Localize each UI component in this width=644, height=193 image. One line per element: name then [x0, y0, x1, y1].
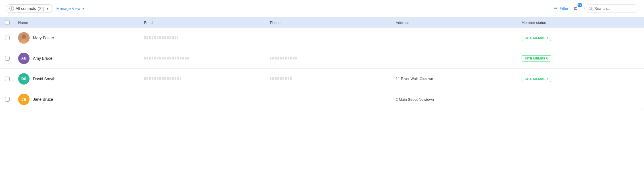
filter-icon — [553, 6, 558, 11]
column-header-email: Email — [141, 20, 266, 25]
contact-name: Amy Bruce — [33, 56, 52, 61]
all-contacts-label: All contacts — [16, 6, 36, 11]
all-contacts-button[interactable]: i All contacts (21) ▼ — [6, 4, 53, 13]
table-row: ABAmy BruceSITE MEMBER — [0, 48, 644, 69]
row-checkbox-cell — [0, 97, 15, 102]
row-checkbox-cell — [0, 77, 15, 81]
header-checkbox-cell — [0, 20, 15, 25]
svg-line-6 — [591, 9, 593, 11]
row-phone-cell — [266, 56, 392, 60]
status-badge: SITE MEMBER — [522, 35, 551, 41]
row-status-cell: SITE MEMBER — [518, 76, 644, 82]
column-header-name: Name — [15, 20, 141, 25]
contact-name: Jane Bruce — [33, 97, 53, 102]
toolbar: i All contacts (21) ▼ Manage View ▼ Filt… — [0, 0, 644, 17]
column-header-status: Member status — [518, 20, 644, 25]
table-row: DSDavid Smyth11 River Walk OldtownSITE M… — [0, 69, 644, 89]
search-input[interactable] — [594, 6, 634, 11]
avatar: DS — [18, 73, 30, 85]
search-box[interactable] — [584, 4, 638, 13]
row-status-cell: SITE MEMBER — [518, 35, 644, 41]
row-checkbox-cell — [0, 56, 15, 61]
status-badge: SITE MEMBER — [522, 76, 551, 82]
avatar — [18, 32, 30, 44]
row-checkbox[interactable] — [5, 56, 10, 61]
row-address-cell: 11 River Walk Oldtown — [392, 77, 518, 81]
redacted-email — [144, 36, 178, 39]
manage-view-chevron-icon: ▼ — [81, 7, 85, 11]
manage-view-label: Manage View — [57, 6, 81, 11]
row-email-cell — [141, 77, 266, 81]
redacted-email — [144, 77, 181, 80]
filter-button[interactable]: Filter — [553, 6, 568, 11]
row-name-cell: Mary Foster — [15, 32, 141, 44]
info-icon: i — [9, 6, 14, 11]
column-header-address: Address — [392, 20, 518, 25]
redacted-email — [144, 57, 189, 59]
chevron-down-icon: ▼ — [46, 7, 49, 11]
table-body: Mary FosterSITE MEMBERABAmy BruceSITE ME… — [0, 28, 644, 110]
columns-badge: 12 — [578, 3, 582, 7]
row-checkbox[interactable] — [5, 97, 10, 102]
row-checkbox-cell — [0, 36, 15, 40]
row-name-cell: JBJane Bruce — [15, 94, 141, 105]
contact-name: Mary Foster — [33, 36, 54, 40]
status-badge: SITE MEMBER — [522, 55, 551, 61]
columns-button[interactable]: 12 — [572, 4, 581, 13]
table-row: Mary FosterSITE MEMBER — [0, 28, 644, 48]
row-phone-cell — [266, 77, 392, 81]
select-all-checkbox[interactable] — [5, 20, 10, 25]
manage-view-button[interactable]: Manage View ▼ — [57, 6, 85, 11]
contacts-count: (21) — [38, 7, 44, 11]
contacts-table-container: i All contacts (21) ▼ Manage View ▼ Filt… — [0, 0, 644, 110]
row-checkbox[interactable] — [5, 77, 10, 81]
row-name-cell: ABAmy Bruce — [15, 53, 141, 64]
svg-point-10 — [22, 35, 26, 39]
search-icon — [589, 7, 593, 11]
row-name-cell: DSDavid Smyth — [15, 73, 141, 85]
row-status-cell: SITE MEMBER — [518, 55, 644, 61]
column-header-phone: Phone — [266, 20, 392, 25]
table-row: JBJane Bruce2 Main Street Newtown — [0, 89, 644, 110]
avatar: JB — [18, 94, 30, 105]
contact-name: David Smyth — [33, 77, 55, 81]
row-email-cell — [141, 56, 266, 60]
row-checkbox[interactable] — [5, 36, 10, 40]
redacted-phone — [270, 57, 298, 59]
redacted-phone — [270, 77, 292, 80]
table-header: Name Email Phone Address Member status — [0, 17, 644, 28]
row-address-cell: 2 Main Street Newtown — [392, 97, 518, 102]
filter-label: Filter — [560, 6, 568, 11]
avatar: AB — [18, 53, 30, 64]
row-email-cell — [141, 36, 266, 40]
